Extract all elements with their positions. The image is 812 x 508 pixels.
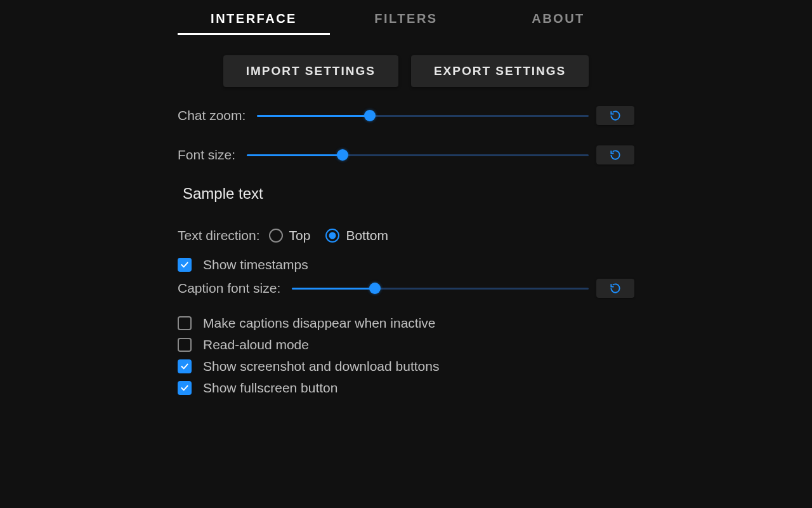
show-fs-label: Show fullscreen button (203, 380, 337, 396)
chat-zoom-row: Chat zoom: (178, 106, 634, 125)
show-timestamps-row: Show timestamps (178, 257, 634, 272)
import-settings-button[interactable]: Import Settings (223, 55, 398, 87)
sample-text: Sample text (183, 185, 634, 203)
read-aloud-checkbox[interactable] (178, 338, 192, 352)
font-size-label: Font size: (178, 147, 235, 163)
check-icon (180, 383, 190, 393)
tab-interface[interactable]: Interface (178, 11, 330, 35)
font-size-row: Font size: (178, 145, 634, 164)
show-timestamps-checkbox[interactable] (178, 258, 192, 272)
chat-zoom-label: Chat zoom: (178, 108, 246, 123)
reset-icon (609, 282, 622, 295)
radio-bottom[interactable] (325, 229, 339, 243)
font-size-reset-button[interactable] (596, 145, 634, 164)
read-aloud-row: Read-aloud mode (178, 337, 634, 352)
radio-top-label: Top (289, 228, 311, 243)
captions-disappear-row: Make captions disappear when inactive (178, 316, 634, 331)
reset-icon (609, 109, 622, 122)
caption-font-size-row: Caption font size: (178, 279, 634, 298)
import-export-row: Import Settings Export Settings (178, 55, 634, 87)
reset-icon (609, 149, 622, 161)
show-ss-dl-label: Show screenshot and download buttons (203, 359, 439, 374)
text-direction-label: Text direction: (178, 228, 260, 243)
show-ss-dl-row: Show screenshot and download buttons (178, 359, 634, 374)
export-settings-button[interactable]: Export Settings (411, 55, 589, 87)
show-fs-row: Show fullscreen button (178, 380, 634, 396)
caption-font-size-reset-button[interactable] (596, 279, 634, 298)
check-icon (180, 361, 190, 371)
settings-panel: Interface Filters About Import Settings … (178, 0, 634, 396)
radio-top[interactable] (269, 229, 283, 243)
captions-disappear-checkbox[interactable] (178, 316, 192, 330)
text-direction-row: Text direction: Top Bottom (178, 228, 634, 243)
read-aloud-label: Read-aloud mode (203, 337, 309, 352)
radio-bottom-label: Bottom (346, 228, 388, 243)
show-ss-dl-checkbox[interactable] (178, 359, 192, 373)
font-size-slider[interactable] (247, 149, 589, 161)
show-timestamps-label: Show timestamps (203, 257, 308, 272)
captions-disappear-label: Make captions disappear when inactive (203, 316, 436, 331)
tab-filters[interactable]: Filters (330, 11, 482, 35)
caption-font-size-label: Caption font size: (178, 281, 280, 296)
chat-zoom-reset-button[interactable] (596, 106, 634, 125)
chat-zoom-slider[interactable] (257, 109, 589, 122)
show-fs-checkbox[interactable] (178, 381, 192, 395)
tab-bar: Interface Filters About (178, 11, 634, 35)
caption-font-size-slider[interactable] (292, 282, 589, 295)
tab-about[interactable]: About (482, 11, 634, 35)
check-icon (180, 260, 190, 270)
